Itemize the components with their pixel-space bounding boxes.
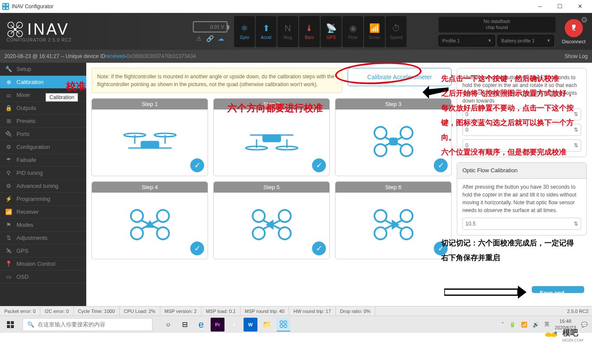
nav-outputs[interactable]: 🔒Outputs [0,102,86,115]
svg-rect-25 [263,135,280,142]
svg-point-29 [374,144,387,156]
tray-ime[interactable]: 英 [544,321,550,328]
sensor-sonar[interactable]: 📶Sonar [364,16,385,47]
svg-rect-12 [572,25,576,27]
pin-icon: 📍 [5,261,12,267]
step-card-4[interactable]: Step 4✓ [91,181,208,259]
wps-icon[interactable]: W [244,318,257,332]
step-card-5[interactable]: Step 5✓ [213,181,330,259]
svg-point-43 [253,227,265,239]
nav-osd[interactable]: ▭OSD [0,271,86,283]
window-title: INAV Configurator [12,3,54,10]
drone-diagram-2 [241,122,302,161]
nav-pid-tuning[interactable]: ⚲PID tuning [0,167,86,180]
nav-programming[interactable]: ⚡Programming [0,193,86,206]
close-button[interactable]: ✕ [570,0,590,13]
nav-receiver[interactable]: 📶Receiver [0,206,86,219]
sensor-gps[interactable]: 📡GPS [321,16,342,47]
settings-gear-icon[interactable]: ⚙ [581,15,588,25]
gear-icon: ⚙ [5,144,12,150]
svg-point-36 [131,227,143,239]
step-card-1[interactable]: Step 1✓ [91,98,208,176]
tray-volume-icon[interactable]: 🔊 [533,322,539,328]
calibration-note: Note: If the flightcontroller is mounted… [91,68,342,93]
app-icon-dark[interactable]: ▪ [227,318,241,332]
nav-setup[interactable]: 🔧Setup [0,63,86,76]
task-view-icon[interactable]: ⊟ [178,318,192,332]
nav-gps[interactable]: 🛰GPS [0,245,86,258]
nav-adjustments[interactable]: ⇅Adjustments [0,232,86,245]
maximize-button[interactable]: ☐ [550,0,570,13]
logo-subtitle: CONFIGURATOR 2.5.0 RC2 [7,38,72,42]
optic-flow-panel: Optic Flow Calibration After pressing th… [457,162,587,235]
warning-icons: ⚠ 🔗 ☁ [196,35,224,42]
nav-mission-control[interactable]: 📍Mission Control [0,258,86,271]
sensor-baro[interactable]: 🌡Baro [299,16,320,47]
app-header: INAV CONFIGURATOR 2.5.0 RC2 0.01 V ⚠ 🔗 ☁… [0,13,592,50]
nav-configuration[interactable]: ⚙Configuration [0,141,86,154]
parachute-icon: ☂ [5,157,12,163]
tray-chevron-icon[interactable]: ˄ [501,322,504,328]
svg-point-41 [253,210,265,222]
premiere-icon[interactable]: Pr [211,318,224,332]
svg-point-50 [374,227,387,239]
svg-point-34 [131,210,143,222]
show-log-button[interactable]: Show Log [565,53,588,59]
svg-point-27 [374,127,387,139]
stat-drop-ratio: Drop ratio: 0% [336,306,375,316]
profile-select[interactable]: Profile 1▾ [439,35,495,46]
drone-diagram-5 [241,205,302,244]
edge-icon[interactable]: e [194,318,208,332]
grid-icon: ⊞ [5,118,12,124]
windows-taskbar: 🔍 在这里输入你要搜索的内容 ○ ⊟ e Pr ▪ W 📁 ˄ 🔋 📶 🔊 英 … [0,316,592,333]
annotation-six-sides: 六个方向都要进行校准 [228,100,323,116]
dataflash-panel[interactable]: No dataflash chip found [439,17,556,32]
svg-rect-59 [11,321,14,324]
inav-taskbar-icon[interactable] [276,318,290,332]
usb-icon [565,19,583,37]
taskbar-search[interactable]: 🔍 在这里输入你要搜索的内容 [23,318,153,331]
svg-marker-40 [146,222,153,227]
window-titlebar: INAV Configurator ─ ☐ ✕ [0,0,592,13]
svg-point-51 [400,227,413,239]
save-and-reboot-button[interactable]: Save and Reboot [532,286,584,293]
battery-profile-select[interactable]: Battery profile 1▾ [498,35,554,46]
app-icon [2,3,9,10]
svg-point-1 [3,4,5,6]
nav-modes[interactable]: ⚑Modes [0,219,86,232]
sensor-flow[interactable]: ◉Flow [342,16,363,47]
svg-point-42 [279,210,291,222]
optic-input[interactable]: 10.5⇅ [462,218,581,230]
calibration-tooltip: Calibration [46,93,78,102]
nav-ports[interactable]: 🔌Ports [0,128,86,141]
drone-diagram-3 [363,122,424,161]
drone-diagram-4 [120,205,180,244]
sensor-gyro[interactable]: ⚛Gyro [234,16,255,47]
sensor-accel[interactable]: ⬆Accel [256,16,276,47]
annotation-ellipse [335,63,422,86]
svg-marker-57 [518,286,527,299]
sensor-mag[interactable]: NMag [277,16,298,47]
explorer-icon[interactable]: 📁 [260,318,274,332]
svg-rect-56 [444,289,518,295]
tray-battery-icon[interactable]: 🔋 [509,322,516,328]
wrench-icon: 🔧 [5,66,12,72]
annotation-main-text: 先点击一下这个按键，然后确认校准 之后开始将飞控按照图示放置方式放好，每次放好后… [441,71,580,160]
svg-point-11 [14,28,16,31]
minimize-button[interactable]: ─ [530,0,550,13]
cortana-icon[interactable]: ○ [161,318,175,332]
step-card-6[interactable]: Step 6✓ [335,181,452,259]
tray-wifi-icon[interactable]: 📶 [521,322,527,328]
nav-advanced-tuning[interactable]: ⚙Advanced tuning [0,180,86,193]
stat-i2c-error: I2C error: 0 [40,306,74,316]
svg-rect-61 [11,325,14,328]
svg-rect-19 [141,142,159,148]
battery-indicator: 0.01 V [193,21,228,32]
sensor-speed[interactable]: ⏱Speed [386,16,407,47]
nav-presets[interactable]: ⊞Presets [0,115,86,128]
svg-point-44 [279,227,291,239]
notification-icon[interactable]: 💬 [581,322,588,328]
nav-failsafe[interactable]: ☂Failsafe [0,154,86,167]
step-card-3[interactable]: Step 3✓ [335,98,452,176]
start-button[interactable] [0,316,21,333]
